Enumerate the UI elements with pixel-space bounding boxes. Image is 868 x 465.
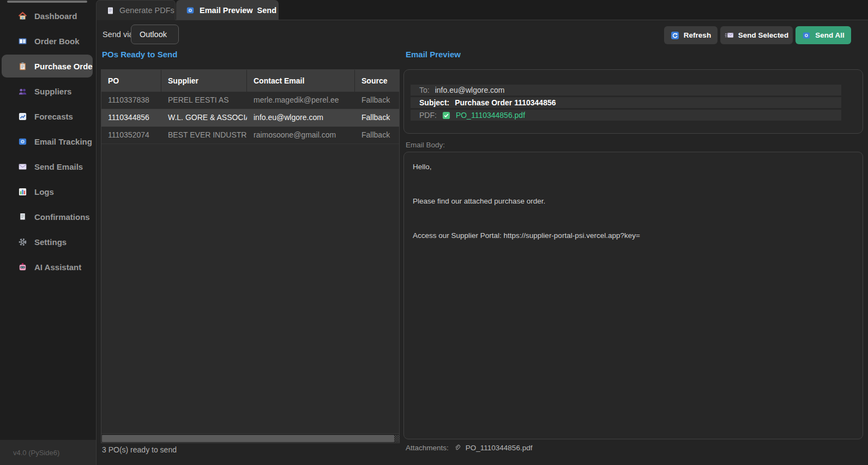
sidebar-item-label: Suppliers: [34, 87, 71, 96]
po-list-title: POs Ready to Send: [102, 50, 177, 59]
column-header-source[interactable]: Source: [355, 70, 399, 92]
attachment-filename: PO_1110344856.pdf: [466, 444, 533, 452]
sidebar-scrollbar[interactable]: [7, 1, 87, 3]
chart-up-icon: [18, 112, 27, 121]
email-pdf-field: PDF: PO_1110344856.pdf: [411, 110, 841, 121]
send-via-select[interactable]: Outlook: [131, 25, 179, 44]
app-window: Dashboard Order Book Purchase Orde Suppl…: [0, 0, 868, 465]
attachments-label: Attachments:: [406, 444, 449, 452]
cell-source: Fallback: [355, 92, 399, 109]
sidebar-item-logs[interactable]: Logs: [2, 180, 93, 203]
sidebar-item-order-book[interactable]: Order Book: [2, 29, 93, 52]
sidebar-item-dashboard[interactable]: Dashboard: [2, 4, 93, 27]
sidebar-item-forecasts[interactable]: Forecasts: [2, 105, 93, 128]
sidebar-item-suppliers[interactable]: Suppliers: [2, 80, 93, 103]
sidebar-item-label: Settings: [34, 237, 67, 247]
document-icon: [106, 7, 114, 15]
checkbox-checked-icon: [442, 111, 450, 120]
body-line: [413, 180, 854, 189]
cell-source: Fallback: [355, 127, 399, 144]
refresh-button[interactable]: Refresh: [664, 26, 718, 44]
horizontal-scrollbar[interactable]: [101, 433, 399, 443]
cell-supplier: W.L. GORE & ASSOCIA...: [161, 109, 247, 126]
po-status-text: 3 PO(s) ready to send: [102, 445, 177, 454]
sidebar-item-label: Logs: [34, 187, 54, 196]
sidebar-item-label: Dashboard: [34, 11, 77, 21]
email-icon: [802, 31, 811, 40]
main-area: Generate PDFs Email Preview Send Send vi…: [96, 0, 868, 465]
sidebar-item-send-emails[interactable]: Send Emails: [2, 155, 93, 178]
tab-generate-pdfs[interactable]: Generate PDFs: [96, 0, 176, 20]
body-line: Please find our attached purchase order.: [413, 196, 854, 206]
people-icon: [18, 87, 27, 96]
email-body-editor[interactable]: Hello, Please find our attached purchase…: [403, 152, 863, 439]
send-selected-label: Send Selected: [738, 31, 788, 39]
pdf-label: PDF:: [419, 111, 437, 120]
body-line: Access our Supplier Portal: https://supp…: [413, 231, 854, 241]
sidebar: Dashboard Order Book Purchase Orde Suppl…: [0, 0, 96, 465]
send-envelope-icon: [725, 31, 734, 40]
table-row-selected[interactable]: 1110344856 W.L. GORE & ASSOCIA... info.e…: [101, 109, 399, 127]
column-header-po[interactable]: PO: [101, 70, 161, 92]
email-body-label: Email Body:: [406, 141, 445, 149]
send-all-button[interactable]: Send All: [795, 26, 851, 44]
tab-bar: Generate PDFs Email Preview Send: [96, 0, 868, 20]
subject-label: Subject:: [419, 98, 449, 107]
table-row[interactable]: 1110352074 BEST EVER INDUSTRIES... raimo…: [101, 127, 399, 144]
email-icon: [18, 137, 27, 146]
refresh-icon: [671, 31, 679, 40]
po-table: PO Supplier Contact Email Source 1110337…: [101, 69, 400, 443]
cell-email: merle.magedik@perel.ee: [247, 92, 355, 109]
body-line: Hello,: [413, 162, 854, 172]
envelope-icon: [18, 162, 27, 171]
tab-label: Email Preview Send: [200, 6, 276, 15]
sidebar-item-label: Email Tracking: [34, 137, 92, 146]
version-label: v4.0 (PySide6): [0, 440, 96, 465]
gear-icon: [18, 237, 27, 247]
attachments-row: Attachments: PO_1110344856.pdf: [406, 444, 532, 452]
pdf-filename-link[interactable]: PO_1110344856.pdf: [456, 111, 525, 120]
bar-chart-icon: [18, 187, 27, 196]
sidebar-item-label: AI Assistant: [34, 263, 81, 272]
sidebar-item-label: Purchase Orde: [34, 62, 93, 71]
email-subject-field: Subject: Purchase Order 1110344856: [411, 97, 841, 108]
receipt-icon: [18, 212, 27, 222]
body-line: [413, 214, 854, 224]
sidebar-item-ai-assistant[interactable]: AI Assistant: [2, 255, 93, 278]
subject-value: Purchase Order 1110344856: [455, 98, 556, 107]
tab-email-preview-send[interactable]: Email Preview Send: [176, 0, 279, 20]
home-icon: [18, 11, 27, 21]
cell-email: info.eu@wlgore.com: [247, 109, 355, 126]
send-all-label: Send All: [815, 31, 845, 39]
sidebar-nav: Dashboard Order Book Purchase Orde Suppl…: [2, 4, 93, 281]
refresh-label: Refresh: [684, 31, 711, 39]
send-selected-button[interactable]: Send Selected: [720, 26, 793, 44]
sidebar-item-confirmations[interactable]: Confirmations: [2, 205, 93, 228]
po-table-header: PO Supplier Contact Email Source: [101, 70, 399, 92]
table-row[interactable]: 1110337838 PEREL EESTI AS merle.magedik@…: [101, 92, 399, 109]
to-label: To:: [419, 86, 430, 94]
sidebar-item-email-tracking[interactable]: Email Tracking: [2, 130, 93, 153]
sidebar-item-label: Forecasts: [34, 112, 73, 121]
email-to-field: To: info.eu@wlgore.com: [411, 85, 841, 96]
column-header-contact-email[interactable]: Contact Email: [247, 70, 355, 92]
paperclip-icon: [454, 444, 461, 451]
sidebar-item-label: Order Book: [34, 37, 80, 46]
book-icon: [18, 37, 27, 46]
cell-po: 1110337838: [101, 92, 161, 109]
column-header-supplier[interactable]: Supplier: [161, 70, 247, 92]
scrollbar-groove: [394, 435, 399, 442]
tab-label: Generate PDFs: [119, 6, 174, 15]
scrollbar-handle[interactable]: [102, 435, 394, 442]
to-value: info.eu@wlgore.com: [435, 86, 505, 94]
cell-supplier: BEST EVER INDUSTRIES...: [161, 127, 247, 144]
email-header-box: To: info.eu@wlgore.com Subject: Purchase…: [403, 69, 863, 134]
send-via-value: Outlook: [140, 30, 167, 39]
email-preview-title: Email Preview: [406, 50, 461, 59]
sidebar-item-purchase-orders[interactable]: Purchase Orde: [2, 55, 93, 78]
cell-source: Fallback: [355, 109, 399, 126]
cell-supplier: PEREL EESTI AS: [161, 92, 247, 109]
cell-po: 1110344856: [101, 109, 161, 126]
sidebar-item-settings[interactable]: Settings: [2, 230, 93, 253]
cell-po: 1110352074: [101, 127, 161, 144]
